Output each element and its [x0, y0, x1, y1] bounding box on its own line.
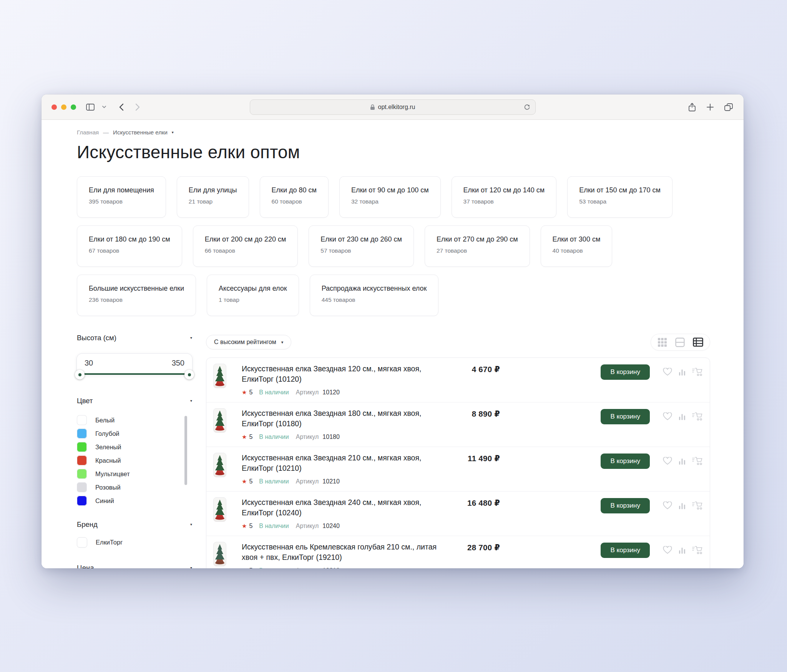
- sku-label: Артикул: [296, 523, 319, 530]
- close-window-button[interactable]: [51, 104, 57, 110]
- tabs-overview-button[interactable]: [724, 103, 733, 111]
- product-title-link[interactable]: Искусственная елка Звездная 120 см., мяг…: [242, 364, 438, 384]
- category-card[interactable]: Елки от 200 см до 220 см66 товаров: [193, 225, 298, 267]
- product-thumbnail[interactable]: [213, 408, 226, 433]
- category-card[interactable]: Елки от 180 см до 190 см67 товаров: [77, 225, 182, 267]
- filter-height-header[interactable]: Высота (см) ▾: [77, 334, 192, 342]
- availability-badge: В наличии: [259, 567, 289, 568]
- compare-stats-icon[interactable]: [679, 413, 686, 420]
- product-thumbnail[interactable]: [213, 542, 226, 566]
- sidebar-toggle-button[interactable]: [86, 104, 95, 111]
- category-card[interactable]: Елки от 300 см40 товаров: [541, 225, 613, 267]
- sidebar-chevron-icon[interactable]: [102, 106, 106, 108]
- add-to-cart-button[interactable]: В корзину: [601, 409, 650, 424]
- filter-color-header[interactable]: Цвет ▾: [77, 397, 192, 405]
- color-option-blue[interactable]: Синий: [77, 496, 179, 506]
- favorite-heart-icon[interactable]: [663, 412, 672, 420]
- color-option-green[interactable]: Зеленый: [77, 442, 179, 452]
- favorite-heart-icon[interactable]: [663, 546, 672, 554]
- table-view-button-active[interactable]: [693, 338, 703, 347]
- product-title-link[interactable]: Искусственная елка Звездная 240 см., мяг…: [242, 497, 438, 518]
- minimize-window-button[interactable]: [61, 104, 66, 110]
- category-card[interactable]: Елки от 230 см до 260 см57 товаров: [309, 225, 414, 267]
- range-slider-handle-min[interactable]: [75, 370, 85, 379]
- sort-dropdown[interactable]: С высоким рейтингом ▾: [206, 335, 291, 349]
- forward-button[interactable]: [135, 103, 140, 111]
- list-view-button[interactable]: [675, 338, 685, 347]
- range-slider-handle-max[interactable]: [184, 370, 194, 379]
- star-icon: ★: [242, 389, 247, 396]
- product-title-link[interactable]: Искусственная елка Звездная 180 см., мяг…: [242, 408, 438, 429]
- color-option-pink[interactable]: Розовый: [77, 482, 179, 492]
- availability-badge: В наличии: [259, 523, 289, 530]
- category-card[interactable]: Елки до 80 см60 товаров: [260, 176, 329, 218]
- product-list: Искусственная елка Звездная 120 см., мяг…: [206, 358, 710, 568]
- category-card[interactable]: Ели для улицы21 товар: [177, 176, 249, 218]
- color-option-multicolor[interactable]: Мультицвет: [77, 469, 179, 479]
- grid-view-button[interactable]: [657, 338, 667, 347]
- category-card[interactable]: Елки от 120 см до 140 см37 товаров: [452, 176, 557, 218]
- back-button[interactable]: [119, 103, 124, 111]
- star-icon: ★: [242, 567, 247, 568]
- color-option-lightblue[interactable]: Голубой: [77, 429, 179, 439]
- compare-stats-icon[interactable]: [679, 546, 686, 554]
- favorite-heart-icon[interactable]: [663, 502, 672, 510]
- category-card[interactable]: Елки от 150 см до 170 см53 товара: [567, 176, 672, 218]
- range-slider-track[interactable]: [78, 373, 191, 375]
- quick-cart-icon[interactable]: [692, 367, 703, 376]
- product-rating: 5: [249, 523, 252, 530]
- category-card[interactable]: Распродажа искусственных елок445 товаров: [310, 275, 439, 316]
- add-to-cart-button[interactable]: В корзину: [601, 498, 650, 513]
- product-title-link[interactable]: Искусственная ель Кремлевская голубая 21…: [242, 542, 438, 563]
- quick-cart-icon[interactable]: [692, 457, 703, 465]
- breadcrumb-caret-icon[interactable]: ▾: [172, 131, 174, 134]
- category-card[interactable]: Елки от 90 см до 100 см32 товара: [339, 176, 441, 218]
- product-thumbnail[interactable]: [213, 497, 226, 522]
- product-thumbnail[interactable]: [213, 453, 226, 477]
- product-thumbnail[interactable]: [213, 364, 226, 388]
- color-swatch: [77, 469, 87, 479]
- product-title-link[interactable]: Искусственная елка Звездная 210 см., мяг…: [242, 453, 438, 473]
- compare-stats-icon[interactable]: [679, 368, 686, 376]
- compare-stats-icon[interactable]: [679, 502, 686, 510]
- color-swatch: [77, 496, 87, 506]
- color-swatch: [77, 415, 87, 425]
- height-min-value[interactable]: 30: [85, 359, 93, 367]
- category-card[interactable]: Аксессуары для елок1 товар: [207, 275, 299, 316]
- brand-option-elkitorg[interactable]: ЕлкиТорг: [77, 537, 192, 548]
- view-toggle-group: [651, 334, 710, 351]
- zoom-window-button[interactable]: [71, 104, 76, 110]
- product-rating: 5: [249, 434, 252, 440]
- share-button[interactable]: [688, 103, 696, 112]
- product-price: 11 490 ₽: [438, 453, 500, 463]
- quick-cart-icon[interactable]: [692, 501, 703, 510]
- add-to-cart-button[interactable]: В корзину: [601, 364, 650, 380]
- category-card[interactable]: Ели для помещения395 товаров: [77, 176, 166, 218]
- sku-value: 10210: [322, 478, 340, 485]
- quick-cart-icon[interactable]: [692, 546, 703, 554]
- filter-price-header[interactable]: Цена ▾: [77, 564, 192, 568]
- add-to-cart-button[interactable]: В корзину: [601, 543, 650, 558]
- color-option-red[interactable]: Красный: [77, 455, 179, 465]
- filter-brand-header[interactable]: Бренд ▾: [77, 520, 192, 529]
- color-option-white[interactable]: Белый: [77, 415, 179, 425]
- color-list-scrollbar[interactable]: [184, 416, 187, 485]
- breadcrumb-home-link[interactable]: Главная: [77, 129, 99, 136]
- category-card[interactable]: Елки от 270 см до 290 см27 товаров: [425, 225, 530, 267]
- quick-cart-icon[interactable]: [692, 412, 703, 421]
- brand-checkbox[interactable]: [77, 537, 87, 548]
- sku-value: 10180: [322, 434, 340, 440]
- add-to-cart-button[interactable]: В корзину: [601, 454, 650, 469]
- new-tab-button[interactable]: [707, 104, 714, 111]
- sku-label: Артикул: [296, 434, 319, 440]
- compare-stats-icon[interactable]: [679, 457, 686, 465]
- reload-button[interactable]: [524, 104, 530, 110]
- height-max-value[interactable]: 350: [172, 359, 184, 367]
- product-rating: 5: [249, 567, 252, 568]
- breadcrumb-current-link[interactable]: Искусственные елки: [113, 129, 168, 136]
- favorite-heart-icon[interactable]: [663, 457, 672, 465]
- sku-label: Артикул: [296, 478, 319, 485]
- favorite-heart-icon[interactable]: [663, 368, 672, 376]
- category-card[interactable]: Большие искусственные елки236 товаров: [77, 275, 196, 316]
- url-field[interactable]: opt.elkitorg.ru: [250, 99, 536, 115]
